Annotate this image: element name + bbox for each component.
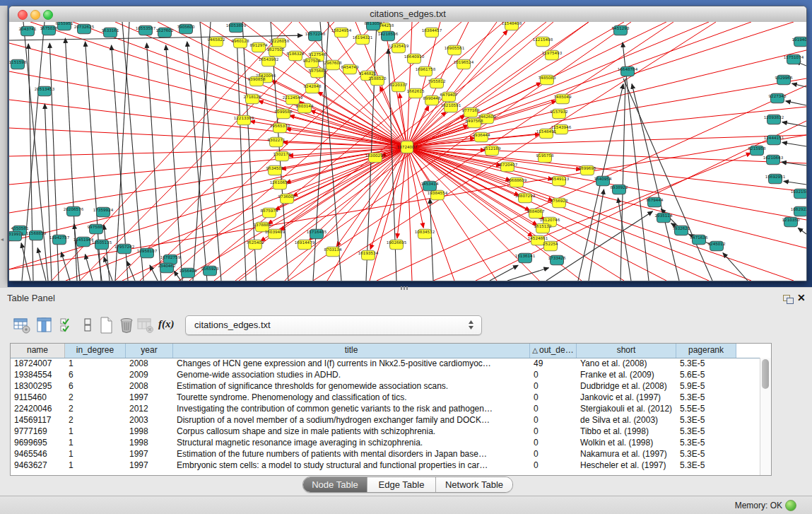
graph-node[interactable]: 252254: [543, 241, 558, 251]
table-cell[interactable]: 0: [530, 392, 577, 403]
select-columns-icon[interactable]: [59, 316, 77, 334]
table-cell[interactable]: Tibbo et al. (1998): [577, 426, 676, 437]
graph-edge[interactable]: [166, 45, 182, 281]
graph-node[interactable]: 9975887: [88, 224, 105, 234]
table-cell[interactable]: 18300295: [11, 380, 65, 392]
graph-node[interactable]: 9319911: [9, 231, 24, 241]
graph-node[interactable]: 8215958: [748, 146, 766, 156]
graph-node[interactable]: 8302271: [268, 137, 286, 147]
graph-edge[interactable]: [9, 147, 407, 185]
graph-node[interactable]: 16648784: [618, 66, 638, 76]
graph-node[interactable]: 1733426: [548, 255, 566, 265]
table-cell[interactable]: 9465546: [11, 448, 65, 460]
delete-rows-icon[interactable]: [117, 316, 136, 334]
graph-node[interactable]: 8990448: [423, 95, 441, 105]
graph-node[interactable]: 1151598: [9, 59, 27, 69]
table-cell[interactable]: 9699695: [11, 437, 65, 448]
graph-node[interactable]: 9227343: [769, 93, 787, 103]
table-cell[interactable]: Nakamura et al. (1997): [577, 448, 676, 460]
table-selector-dropdown[interactable]: citations_edges.txt: [185, 315, 482, 335]
table-cell[interactable]: Yano et al. (2008): [577, 358, 676, 369]
graph-node[interactable]: 1662615: [407, 88, 425, 98]
graph-node[interactable]: 2967608: [324, 60, 342, 70]
table-cell[interactable]: 0: [530, 460, 577, 471]
graph-node[interactable]: 1615132: [534, 223, 552, 233]
table-row[interactable]: 1872400712008Changes of HCN gene express…: [11, 358, 760, 369]
graph-node[interactable]: 16905561: [445, 45, 465, 55]
graph-edge[interactable]: [9, 147, 407, 241]
table-cell[interactable]: 1: [65, 448, 126, 460]
graph-node[interactable]: 9157932: [551, 109, 568, 119]
table-cell[interactable]: 1997: [126, 460, 173, 471]
graph-node[interactable]: 1675038: [40, 25, 58, 35]
graph-edge[interactable]: [49, 43, 59, 281]
table-cell[interactable]: 5.3E-5: [676, 358, 736, 369]
tab-edge-table[interactable]: Edge Table: [367, 477, 436, 492]
table-cell[interactable]: Estimation of the future numbers of pati…: [173, 448, 530, 460]
window-titlebar[interactable]: citations_edges.txt: [9, 6, 806, 23]
table-cell[interactable]: 2009: [126, 369, 173, 380]
network-canvas[interactable]: 1872400722124549809958819565370830227113…: [9, 22, 806, 281]
table-row[interactable]: 1830029562008Estimation of significance …: [11, 380, 760, 392]
graph-edge[interactable]: [723, 253, 748, 281]
table-cell[interactable]: Genome-wide association studies in ADHD.: [173, 369, 530, 380]
graph-node[interactable]: 10321501: [791, 189, 806, 199]
table-cell[interactable]: Jankovic et al. (1997): [577, 392, 676, 403]
table-cell[interactable]: 9777169: [11, 426, 65, 437]
graph-node[interactable]: 7485049: [554, 94, 572, 104]
table-row[interactable]: 1938455462009Genome-wide association stu…: [11, 369, 760, 380]
graph-node[interactable]: 11975493: [542, 50, 563, 60]
column-header-pagerank[interactable]: pagerank: [676, 344, 736, 358]
table-cell[interactable]: Hescheler et al. (1997): [577, 460, 676, 471]
graph-node[interactable]: 19026695: [387, 240, 407, 250]
table-cell[interactable]: 1998: [126, 426, 173, 437]
table-cell[interactable]: 5.3E-5: [676, 437, 736, 448]
graph-node[interactable]: 11548491: [536, 129, 557, 139]
table-cell[interactable]: 6: [65, 369, 126, 380]
column-header-in_degree[interactable]: in_degree: [65, 344, 126, 358]
table-cell[interactable]: 22420046: [11, 403, 65, 414]
graph-node[interactable]: 9634505: [266, 165, 284, 175]
table-cell[interactable]: Embryonic stem cells: a model to study s…: [173, 460, 530, 471]
table-cell[interactable]: 1: [65, 437, 126, 448]
graph-node[interactable]: 8912974: [250, 42, 268, 52]
new-table-icon[interactable]: [98, 316, 116, 334]
graph-node[interactable]: 15751074: [784, 54, 804, 64]
graph-node[interactable]: 8813054: [365, 22, 382, 30]
table-cell[interactable]: 2008: [126, 358, 173, 369]
graph-node[interactable]: 9736007: [278, 194, 296, 204]
graph-node[interactable]: 18384457: [422, 28, 442, 37]
table-cell[interactable]: 1997: [126, 448, 173, 460]
table-cell[interactable]: Structural magnetic resonance image aver…: [173, 437, 530, 448]
graph-node[interactable]: 13942757: [49, 235, 70, 245]
graph-node[interactable]: 9884067: [527, 209, 545, 218]
table-cell[interactable]: 0: [530, 426, 577, 437]
table-row[interactable]: 2242004622012Investigating the contribut…: [11, 403, 760, 414]
graph-node[interactable]: 15824954: [331, 28, 352, 37]
column-header-year[interactable]: year: [126, 344, 173, 358]
graph-node[interactable]: 7932621: [673, 226, 690, 235]
graph-node[interactable]: 10829227: [791, 206, 806, 216]
tab-node-table[interactable]: Node Table: [303, 477, 367, 492]
table-cell[interactable]: Estimation of significance thresholds fo…: [173, 380, 530, 392]
table-cell[interactable]: 14569117: [11, 414, 65, 426]
graph-node[interactable]: 1453414: [421, 181, 439, 191]
graph-node[interactable]: 6479407: [440, 92, 458, 102]
graph-edge[interactable]: [782, 142, 806, 146]
graph-node[interactable]: 1919402: [792, 37, 806, 47]
graph-node[interactable]: 14218506: [378, 31, 399, 41]
graph-node[interactable]: 2935114: [655, 213, 673, 223]
column-header-out_de[interactable]: △out_de…: [530, 344, 577, 358]
graph-node[interactable]: 12444151: [764, 135, 784, 145]
graph-node[interactable]: 7485083: [539, 75, 556, 85]
graph-node[interactable]: 16039489: [265, 229, 286, 239]
table-cell[interactable]: 5.3E-5: [676, 414, 736, 426]
graph-node[interactable]: 10553587: [136, 25, 156, 35]
row-height-icon[interactable]: [79, 316, 98, 334]
table-cell[interactable]: 5.5E-5: [676, 403, 736, 414]
graph-node[interactable]: 18807293: [515, 193, 536, 203]
graph-node[interactable]: 2512189: [483, 146, 501, 156]
graph-edge[interactable]: [65, 38, 77, 281]
table-cell[interactable]: 9115460: [11, 392, 65, 403]
graph-node[interactable]: 9827508: [303, 58, 321, 68]
